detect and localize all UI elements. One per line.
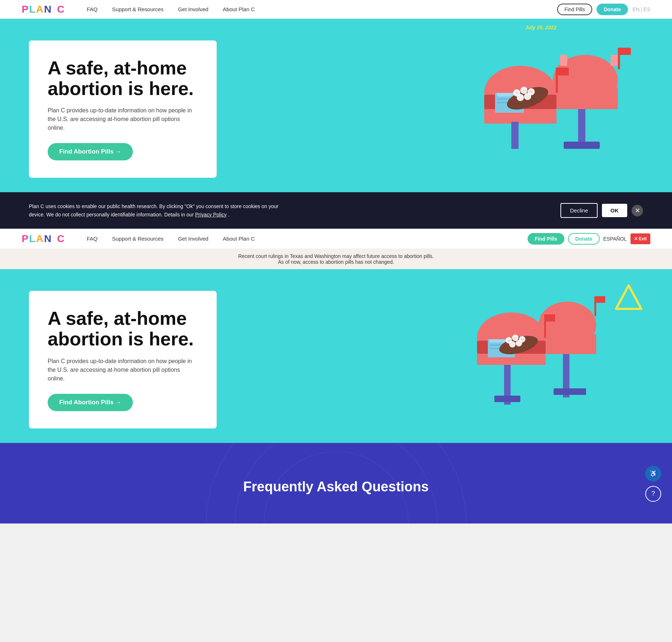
donate-top-button[interactable]: Donate xyxy=(597,4,628,15)
svg-rect-31 xyxy=(596,296,605,303)
nav-about[interactable]: About Plan C xyxy=(223,6,255,12)
alert-banner: Recent court rulings in Texas and Washin… xyxy=(0,249,672,269)
nav-support[interactable]: Support & Resources xyxy=(112,6,164,12)
lang-en[interactable]: EN xyxy=(632,7,639,12)
logo-text: PLAN C xyxy=(22,4,65,15)
svg-rect-29 xyxy=(538,334,596,354)
cookie-banner: Plan C uses cookies to enable our public… xyxy=(0,192,672,229)
decline-button[interactable]: Decline xyxy=(560,203,597,218)
top-section: PLAN C FAQ Support & Resources Get Invol… xyxy=(0,0,672,229)
hero-card-2: A safe, at-home abortion is here. Plan C… xyxy=(29,291,217,428)
hero-card-1: A safe, at-home abortion is here. Plan C… xyxy=(29,40,217,178)
hero-title-1: A safe, at-home abortion is here. xyxy=(48,58,198,99)
close-cookie-button[interactable]: ✕ xyxy=(632,205,643,216)
faq-section: Frequently Asked Questions ♿ ? xyxy=(0,443,672,523)
nav2-support[interactable]: Support & Resources xyxy=(112,236,164,242)
secondary-nav-right: Find Pills Donate ESPAÑOL ✕ Exit xyxy=(528,233,650,245)
logo-text-bottom: PLAN C xyxy=(22,233,65,245)
logo-top[interactable]: PLAN C xyxy=(22,4,65,15)
nav-get-involved[interactable]: Get Involved xyxy=(178,6,208,12)
find-pills-nav-button[interactable]: Find Pills xyxy=(528,233,564,245)
hero-description-2: Plan C provides up-to-date information o… xyxy=(48,357,198,383)
svg-rect-14 xyxy=(558,68,569,76)
exit-button[interactable]: ✕ Exit xyxy=(630,233,650,244)
secondary-navigation: PLAN C FAQ Support & Resources Get Invol… xyxy=(0,229,672,249)
svg-rect-2 xyxy=(560,55,567,66)
svg-point-55 xyxy=(264,451,408,523)
svg-point-50 xyxy=(516,340,522,346)
help-button[interactable]: ? xyxy=(645,486,661,502)
espanol-button[interactable]: ESPAÑOL xyxy=(603,236,627,242)
secondary-nav-links: FAQ Support & Resources Get Involved Abo… xyxy=(87,236,528,242)
top-nav-links: FAQ Support & Resources Get Involved Abo… xyxy=(87,6,557,12)
svg-point-24 xyxy=(524,93,531,100)
lang-separator: | xyxy=(641,7,642,12)
alert-line-1: Recent court rulings in Texas and Washin… xyxy=(4,253,668,259)
help-icon: ? xyxy=(651,490,655,497)
bottom-icons: ♿ ? xyxy=(645,466,661,502)
logo-bottom[interactable]: PLAN C xyxy=(22,233,65,245)
close-icon: ✕ xyxy=(635,207,640,215)
cookie-text: Plan C uses cookies to enable our public… xyxy=(29,202,282,219)
svg-rect-4 xyxy=(618,48,620,69)
scroll-up-arrow[interactable] xyxy=(614,284,643,313)
language-selector[interactable]: EN | ES xyxy=(632,7,650,12)
top-nav-right: Find Pills Donate EN | ES xyxy=(557,4,650,15)
svg-marker-54 xyxy=(616,285,641,309)
privacy-policy-link[interactable]: Privacy Policy xyxy=(195,212,226,217)
hero-illustration-2 xyxy=(455,276,621,414)
svg-rect-13 xyxy=(556,68,558,93)
svg-rect-5 xyxy=(620,48,631,55)
svg-rect-39 xyxy=(544,314,546,338)
svg-rect-40 xyxy=(546,314,555,322)
nav2-about[interactable]: About Plan C xyxy=(223,236,255,242)
nav-faq[interactable]: FAQ xyxy=(87,6,97,12)
find-pills-top-button[interactable]: Find Pills xyxy=(557,4,592,15)
find-abortion-pills-button-1[interactable]: Find Abortion Pills → xyxy=(48,143,133,160)
hero-section-2: A safe, at-home abortion is here. Plan C… xyxy=(0,269,672,443)
cookie-buttons: Decline OK ✕ xyxy=(560,203,643,218)
alert-line-2: As of now, access to abortion pills has … xyxy=(4,259,668,265)
lang-es[interactable]: ES xyxy=(643,7,650,12)
svg-point-23 xyxy=(517,94,524,101)
svg-point-49 xyxy=(509,341,516,348)
svg-rect-44 xyxy=(554,388,586,395)
svg-point-56 xyxy=(235,443,437,523)
top-navigation: PLAN C FAQ Support & Resources Get Invol… xyxy=(0,0,672,19)
svg-rect-1 xyxy=(553,87,618,109)
find-abortion-pills-button-2[interactable]: Find Abortion Pills → xyxy=(48,394,133,411)
hero-illustration-1 xyxy=(455,26,643,149)
ok-button[interactable]: OK xyxy=(602,204,628,217)
accessibility-icon-bottom: ♿ xyxy=(649,470,657,478)
svg-rect-43 xyxy=(494,396,520,402)
svg-rect-30 xyxy=(594,296,596,316)
svg-rect-15 xyxy=(511,122,519,149)
svg-point-57 xyxy=(206,443,466,523)
hero-section-1: July 25, 2022 A safe, at-home abortion i… xyxy=(0,19,672,192)
accessibility-button-bottom[interactable]: ♿ xyxy=(645,466,661,482)
nav2-faq[interactable]: FAQ xyxy=(87,236,97,242)
nav2-get-involved[interactable]: Get Involved xyxy=(178,236,208,242)
hero-description-1: Plan C provides up-to-date information o… xyxy=(48,106,198,132)
bottom-section: PLAN C FAQ Support & Resources Get Invol… xyxy=(0,229,672,523)
svg-rect-18 xyxy=(564,142,600,149)
svg-rect-3 xyxy=(611,55,618,66)
hero-title-2: A safe, at-home abortion is here. xyxy=(48,308,198,349)
donate-nav-button[interactable]: Donate xyxy=(568,233,599,245)
